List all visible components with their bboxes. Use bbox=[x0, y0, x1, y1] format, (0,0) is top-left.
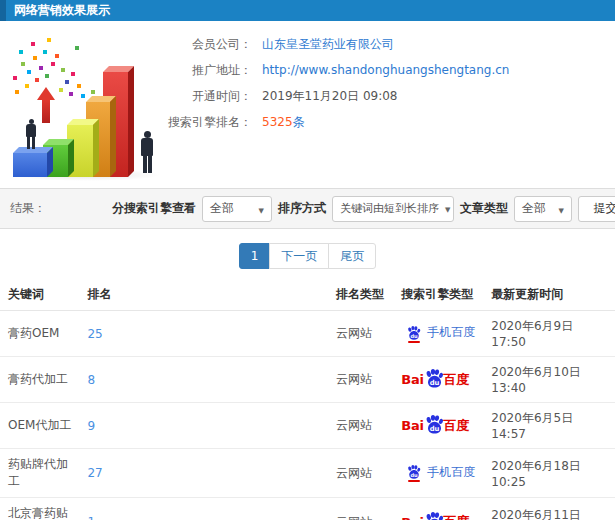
rank-type-cell: 云网站 bbox=[328, 498, 393, 520]
sort-select-value: 关键词由短到长排序 bbox=[340, 201, 439, 216]
article-type-select-value: 全部 bbox=[522, 200, 546, 217]
filter-group: 分搜索引擎查看 全部 排序方式 关键词由短到长排序 文章类型 全部 提交 bbox=[112, 196, 615, 222]
baidu-paw-icon: du bbox=[425, 415, 444, 434]
sort-filter-label: 排序方式 bbox=[278, 200, 326, 217]
rank-link[interactable]: 27 bbox=[87, 466, 102, 480]
update-time-cell: 2020年6月18日 10:25 bbox=[483, 449, 615, 498]
confetti-dots-icon bbox=[8, 33, 10, 35]
svg-text:du: du bbox=[429, 425, 439, 433]
keyword-cell: 北京膏药贴牌 bbox=[0, 498, 79, 520]
baidu-mobile-label: 手机百度 bbox=[427, 324, 475, 341]
rank-cell: 8 bbox=[79, 357, 328, 403]
svg-text:du: du bbox=[429, 379, 439, 387]
up-arrow-icon bbox=[37, 87, 55, 123]
col-header-update-time: 最新更新时间 bbox=[483, 278, 615, 311]
promotion-url-field: 推广地址： http://www.shandonghuangshengtang.… bbox=[155, 57, 509, 83]
update-time-cell: 2020年6月11日 11:18 bbox=[483, 498, 615, 520]
submit-button[interactable]: 提交 bbox=[578, 196, 615, 222]
engine-select-value: 全部 bbox=[210, 200, 234, 217]
rank-cell: 9 bbox=[79, 403, 328, 449]
keyword-cell: 膏药代加工 bbox=[0, 357, 79, 403]
rank-cell: 27 bbox=[79, 449, 328, 498]
businessman-right-figure bbox=[137, 131, 157, 173]
info-section: 会员公司： 山东皇圣堂药业有限公司 推广地址： http://www.shand… bbox=[0, 21, 615, 188]
keyword-cell: 药贴牌代加工 bbox=[0, 449, 79, 498]
baidu-mobile-logo: du 手机百度 bbox=[401, 464, 475, 481]
engine-rank-unit: 条 bbox=[293, 115, 305, 129]
engine-rank-field: 搜索引擎排名： 5325条 bbox=[155, 109, 509, 135]
baidu-mobile-label: 手机百度 bbox=[427, 464, 475, 481]
titlebar: 网络营销效果展示 bbox=[0, 0, 615, 21]
rank-link[interactable]: 1 bbox=[87, 515, 95, 520]
rank-cell: 1 bbox=[79, 498, 328, 520]
baidu-pc-logo: Bai du 百度 bbox=[401, 369, 469, 390]
baidu-paw-icon: du bbox=[407, 465, 421, 479]
update-time-cell: 2020年6月9日 17:50 bbox=[483, 311, 615, 357]
page-1-button[interactable]: 1 bbox=[239, 243, 271, 269]
account-info-fields: 会员公司： 山东皇圣堂药业有限公司 推广地址： http://www.shand… bbox=[155, 31, 509, 135]
results-table-body: 膏药OEM 25 云网站 Bai du 百度 bbox=[0, 311, 615, 520]
table-row: 北京膏药贴牌 1 云网站 Bai du 百度 bbox=[0, 498, 615, 520]
engine-cell: Bai du 百度 du 手机百度 bbox=[393, 357, 483, 403]
svg-text:du: du bbox=[411, 333, 419, 339]
update-time-cell: 2020年6月5日 14:57 bbox=[483, 403, 615, 449]
engine-cell: Bai du 百度 du 手机百度 bbox=[393, 311, 483, 357]
table-row: 膏药OEM 25 云网站 Bai du 百度 bbox=[0, 311, 615, 357]
last-page-button[interactable]: 尾页 bbox=[328, 243, 376, 269]
caret-down-icon bbox=[439, 202, 450, 215]
company-field: 会员公司： 山东皇圣堂药业有限公司 bbox=[155, 31, 509, 57]
baidu-pc-logo: Bai du 百度 bbox=[401, 415, 469, 436]
engine-rank-label: 搜索引擎排名： bbox=[155, 114, 252, 131]
company-link[interactable]: 山东皇圣堂药业有限公司 bbox=[262, 36, 394, 53]
table-header-row: 关键词 排名 排名类型 搜索引擎类型 最新更新时间 bbox=[0, 278, 615, 311]
promotion-url-link[interactable]: http://www.shandonghuangshengtang.cn bbox=[262, 63, 509, 77]
marketing-report-page: 网络营销效果展示 会员公司： 山东皇圣堂药业有限公司 bbox=[0, 0, 615, 520]
engine-filter-label: 分搜索引擎查看 bbox=[112, 200, 196, 217]
table-row: 膏药代加工 8 云网站 Bai du 百度 bbox=[0, 357, 615, 403]
baidu-pc-logo: Bai du 百度 bbox=[401, 512, 469, 520]
open-time-label: 开通时间： bbox=[155, 88, 252, 105]
page-title: 网络营销效果展示 bbox=[14, 3, 110, 17]
baidu-paw-icon: du bbox=[425, 369, 444, 388]
rank-link[interactable]: 8 bbox=[87, 373, 95, 387]
table-row: OEM代加工 9 云网站 Bai du 百度 bbox=[0, 403, 615, 449]
engine-cell: Bai du 百度 du 手机百度 bbox=[393, 403, 483, 449]
results-table: 关键词 排名 排名类型 搜索引擎类型 最新更新时间 膏药OEM 25 云网站 B… bbox=[0, 278, 615, 520]
rank-type-cell: 云网站 bbox=[328, 311, 393, 357]
article-type-select[interactable]: 全部 bbox=[514, 196, 572, 222]
rank-type-cell: 云网站 bbox=[328, 357, 393, 403]
rank-type-cell: 云网站 bbox=[328, 403, 393, 449]
filter-bar: 结果： 分搜索引擎查看 全部 排序方式 关键词由短到长排序 文章类型 全部 提交 bbox=[0, 188, 615, 229]
baidu-mobile-logo: du 手机百度 bbox=[401, 324, 475, 341]
keyword-cell: 膏药OEM bbox=[0, 311, 79, 357]
baidu-paw-icon: du bbox=[407, 326, 421, 340]
engine-cell: Bai du 百度 du 手机百度 bbox=[393, 498, 483, 520]
keyword-cell: OEM代加工 bbox=[0, 403, 79, 449]
col-header-rank: 排名 bbox=[79, 278, 328, 311]
company-label: 会员公司： bbox=[155, 36, 252, 53]
open-time-field: 开通时间： 2019年11月20日 09:08 bbox=[155, 83, 509, 109]
bar-blue bbox=[13, 153, 47, 177]
rank-cell: 25 bbox=[79, 311, 328, 357]
result-label: 结果： bbox=[10, 200, 46, 217]
rank-link[interactable]: 25 bbox=[87, 327, 102, 341]
engine-cell: Bai du 百度 du 手机百度 bbox=[393, 449, 483, 498]
update-time-cell: 2020年6月10日 13:40 bbox=[483, 357, 615, 403]
col-header-engine-type: 搜索引擎类型 bbox=[393, 278, 483, 311]
pagination: 1 下一页 尾页 bbox=[0, 243, 615, 269]
col-header-rank-type: 排名类型 bbox=[328, 278, 393, 311]
rank-link[interactable]: 9 bbox=[87, 419, 95, 433]
table-row: 药贴牌代加工 27 云网站 Bai du 百度 bbox=[0, 449, 615, 498]
svg-text:du: du bbox=[411, 472, 419, 478]
promotion-url-label: 推广地址： bbox=[155, 62, 252, 79]
sort-select[interactable]: 关键词由短到长排序 bbox=[332, 196, 454, 222]
caret-down-icon bbox=[553, 202, 564, 216]
next-page-button[interactable]: 下一页 bbox=[269, 243, 329, 269]
engine-select[interactable]: 全部 bbox=[202, 196, 272, 222]
baidu-paw-icon: du bbox=[425, 512, 444, 520]
open-time-value: 2019年11月20日 09:08 bbox=[262, 88, 397, 105]
article-type-label: 文章类型 bbox=[460, 200, 508, 217]
rank-type-cell: 云网站 bbox=[328, 449, 393, 498]
caret-down-icon bbox=[253, 202, 264, 216]
engine-rank-count: 5325 bbox=[262, 115, 293, 129]
